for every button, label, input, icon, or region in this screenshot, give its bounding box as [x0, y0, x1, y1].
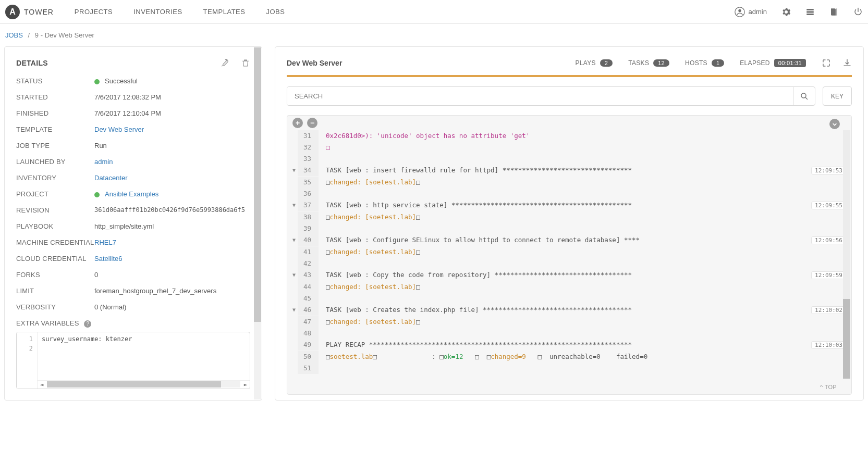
extra-vars-hscroll[interactable]: ◄► [38, 380, 250, 389]
console-line[interactable]: 42 [287, 258, 851, 269]
line-number: 48 [298, 328, 319, 339]
console-line[interactable]: ▼34TASK [web : insert firewalld rule for… [287, 165, 851, 177]
console-line[interactable]: 47□changed: [soetest.lab]□ [287, 316, 851, 328]
label-status: STATUS [16, 77, 94, 85]
console: + − 310x2c681d0>): 'unicode' object has … [287, 115, 852, 395]
console-line[interactable]: 36 [287, 188, 851, 199]
line-number: 36 [298, 188, 319, 199]
line-text: □changed: [soetest.lab]□ [319, 177, 804, 188]
user-menu[interactable]: admin [735, 7, 767, 17]
value-template[interactable]: Dev Web Server [94, 126, 144, 133]
console-line[interactable]: 50□soetest.lab□ : □ok=12 □ □changed=9 □ … [287, 351, 851, 362]
details-panel-wrap: DETAILS STATUS Successful STARTED 7/6/20… [4, 46, 262, 401]
value-playbook: http_simple/site.yml [94, 222, 250, 230]
console-line[interactable]: 44□changed: [soetest.lab]□ [287, 281, 851, 293]
line-text: TASK [web : Copy the code from repositor… [319, 269, 804, 281]
key-button[interactable]: KEY [823, 86, 852, 106]
value-limit: foreman_hostgroup_rhel_7_dev_servers [94, 287, 250, 295]
search-input[interactable] [287, 87, 793, 105]
nav-inventories[interactable]: INVENTORIES [133, 8, 182, 16]
breadcrumb: JOBS / 9 - Dev Web Server [0, 24, 868, 46]
line-chevron-icon[interactable]: ▼ [287, 304, 298, 316]
topbar: A TOWER PROJECTS INVENTORIES TEMPLATES J… [0, 0, 868, 24]
line-number: 47 [298, 316, 319, 328]
console-vscroll[interactable] [843, 130, 850, 379]
label-started: STARTED [16, 93, 94, 101]
console-line[interactable]: 45 [287, 293, 851, 304]
docs-icon[interactable] [829, 7, 839, 17]
search-button[interactable] [793, 87, 815, 105]
nav-jobs[interactable]: JOBS [266, 8, 285, 16]
line-chevron-icon[interactable]: ▼ [287, 165, 298, 176]
line-text: PLAY RECAP *****************************… [319, 339, 804, 351]
value-launched-by[interactable]: admin [94, 158, 113, 166]
power-icon[interactable] [853, 7, 863, 17]
brand[interactable]: A TOWER [5, 5, 54, 19]
extra-vars-editor[interactable]: 1 2 survey_username: ktenzer ◄► [16, 332, 250, 389]
portal-icon[interactable] [805, 7, 815, 17]
line-text [319, 188, 804, 199]
topbar-right: admin [735, 7, 863, 17]
expand-all-button[interactable]: + [292, 118, 303, 128]
crumb-current: 9 - Dev Web Server [35, 31, 94, 39]
download-icon[interactable] [842, 58, 852, 68]
nav-projects[interactable]: PROJECTS [75, 8, 113, 16]
line-text: □soetest.lab□ : □ok=12 □ □changed=9 □ un… [319, 351, 804, 362]
value-inventory[interactable]: Datacenter [94, 174, 128, 182]
label-machine-cred: MACHINE CREDENTIAL [16, 239, 94, 246]
console-line[interactable]: 48 [287, 328, 851, 339]
line-text: □changed: [soetest.lab]□ [319, 281, 804, 293]
line-chevron-icon[interactable]: ▼ [287, 234, 298, 246]
svg-point-6 [830, 120, 839, 129]
console-line[interactable]: 33 [287, 153, 851, 165]
line-text: □changed: [soetest.lab]□ [319, 316, 804, 328]
line-chevron-icon[interactable]: ▼ [287, 199, 298, 211]
console-line[interactable]: ▼37TASK [web : http service state] *****… [287, 199, 851, 211]
gear-icon[interactable] [781, 7, 791, 17]
line-chevron-icon[interactable]: ▼ [287, 269, 298, 281]
console-line[interactable]: 51 [287, 362, 851, 374]
console-line[interactable]: ▼43TASK [web : Copy the code from reposi… [287, 269, 851, 281]
console-line[interactable]: 41□changed: [soetest.lab]□ [287, 246, 851, 258]
console-line[interactable]: 39 [287, 223, 851, 234]
collapse-all-button[interactable]: − [307, 118, 317, 128]
crumb-jobs[interactable]: JOBS [5, 31, 23, 39]
svg-point-5 [801, 93, 806, 98]
console-line[interactable]: 49PLAY RECAP ***************************… [287, 339, 851, 351]
value-project-link[interactable]: Ansible Examples [105, 190, 158, 198]
console-body[interactable]: 310x2c681d0>): 'unicode' object has no a… [287, 116, 851, 394]
delete-icon[interactable] [241, 58, 250, 68]
brand-icon: A [5, 5, 20, 19]
line-number: 38 [298, 211, 319, 223]
label-extra-vars: EXTRA VARIABLES ? [16, 319, 94, 328]
status-dot-icon [94, 79, 100, 84]
value-finished: 7/6/2017 12:10:04 PM [94, 109, 250, 117]
line-number: 35 [298, 177, 319, 188]
stat-plays: PLAYS2 [576, 59, 613, 67]
scroll-bottom-button[interactable] [829, 119, 840, 129]
console-line[interactable]: ▼46TASK [web : Creates the index.php fil… [287, 304, 851, 316]
expand-icon[interactable] [822, 58, 831, 68]
line-number: 39 [298, 223, 319, 234]
details-vscroll[interactable] [254, 47, 261, 399]
console-line[interactable]: 38□changed: [soetest.lab]□ [287, 211, 851, 223]
value-machine-cred[interactable]: RHEL7 [94, 239, 116, 246]
output-status-bar [287, 75, 852, 77]
console-line[interactable]: 35□changed: [soetest.lab]□ [287, 177, 851, 188]
line-number: 40 [298, 234, 319, 246]
label-inventory: INVENTORY [16, 174, 94, 182]
console-line[interactable]: 32□ [287, 142, 851, 153]
value-cloud-cred[interactable]: Satellite6 [94, 255, 122, 262]
value-verbosity: 0 (Normal) [94, 303, 250, 311]
line-number: 37 [298, 199, 319, 211]
console-line[interactable]: ▼40TASK [web : Configure SELinux to allo… [287, 234, 851, 246]
line-number: 50 [298, 351, 319, 362]
top-link[interactable]: ^ TOP [820, 384, 837, 390]
relaunch-icon[interactable] [220, 58, 229, 68]
svg-rect-2 [806, 9, 814, 10]
help-icon[interactable]: ? [84, 320, 91, 328]
console-line[interactable]: 310x2c681d0>): 'unicode' object has no a… [287, 130, 851, 142]
nav-templates[interactable]: TEMPLATES [203, 8, 246, 16]
line-text: 0x2c681d0>): 'unicode' object has no att… [319, 130, 804, 142]
stat-tasks: TASKS12 [628, 59, 669, 67]
